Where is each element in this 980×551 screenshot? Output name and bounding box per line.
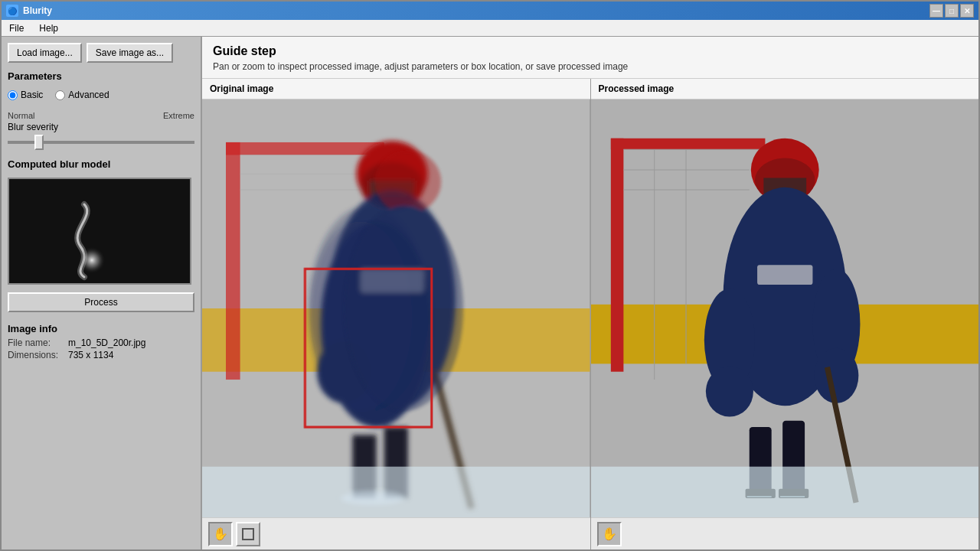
original-image-panel: Original image bbox=[202, 79, 591, 549]
blur-model-visualization bbox=[8, 178, 191, 285]
basic-radio[interactable] bbox=[8, 90, 18, 100]
svg-rect-2 bbox=[226, 142, 240, 380]
close-btn[interactable]: ✕ bbox=[960, 4, 974, 18]
guide-header: Guide step Pan or zoom to inspect proces… bbox=[202, 37, 978, 79]
content-area: Guide step Pan or zoom to inspect proces… bbox=[202, 37, 978, 549]
advanced-label: Advanced bbox=[68, 90, 109, 100]
filename-value: m_10_5D_200r.jpg bbox=[68, 337, 145, 348]
processed-image-header: Processed image bbox=[591, 79, 979, 99]
processed-image-content[interactable] bbox=[591, 99, 979, 517]
basic-label: Basic bbox=[21, 90, 43, 100]
minimize-btn[interactable]: — bbox=[929, 4, 943, 18]
filename-key: File name: bbox=[8, 337, 65, 348]
load-image-button[interactable]: Load image... bbox=[8, 43, 82, 63]
original-image-svg bbox=[202, 99, 590, 517]
slider-section: Normal Extreme Blur severity bbox=[8, 111, 194, 146]
menu-bar: File Help bbox=[2, 20, 978, 37]
hand-tool-processed[interactable]: ✋ bbox=[597, 522, 622, 546]
sidebar: Load image... Save image as... Parameter… bbox=[2, 37, 202, 549]
blur-severity-slider[interactable] bbox=[8, 141, 194, 144]
processed-image-panel: Processed image bbox=[591, 79, 979, 549]
processed-image-svg bbox=[591, 99, 979, 517]
dimensions-key: Dimensions: bbox=[8, 350, 65, 360]
dimensions-row: Dimensions: 735 x 1134 bbox=[8, 350, 194, 360]
maximize-btn[interactable]: □ bbox=[945, 4, 959, 18]
svg-rect-3 bbox=[226, 142, 384, 155]
blur-model-canvas bbox=[8, 178, 191, 285]
mode-radio-group: Basic Advanced bbox=[8, 90, 194, 100]
app-window: 🔵 Blurity — □ ✕ File Help Load image... … bbox=[0, 0, 980, 551]
svg-rect-37 bbox=[757, 265, 812, 285]
original-image-header: Original image bbox=[202, 79, 590, 99]
selection-icon bbox=[242, 528, 254, 540]
image-info-title: Image info bbox=[8, 323, 194, 334]
original-image-toolbar: ✋ bbox=[202, 517, 590, 549]
images-row: Original image bbox=[202, 79, 978, 549]
slider-extreme-label: Extreme bbox=[163, 111, 194, 120]
hand-tool-original[interactable]: ✋ bbox=[208, 522, 233, 546]
app-icon: 🔵 bbox=[6, 5, 18, 17]
dimensions-value: 735 x 1134 bbox=[68, 350, 113, 360]
window-title: Blurity bbox=[23, 5, 925, 16]
save-image-button[interactable]: Save image as... bbox=[87, 43, 173, 63]
processed-image-toolbar: ✋ bbox=[591, 517, 979, 549]
svg-rect-26 bbox=[610, 139, 623, 372]
slider-labels: Normal Extreme bbox=[8, 111, 194, 120]
slider-normal-label: Normal bbox=[8, 111, 34, 120]
filename-row: File name: m_10_5D_200r.jpg bbox=[8, 337, 194, 348]
file-menu[interactable]: File bbox=[5, 21, 28, 35]
guide-step-title: Guide step bbox=[213, 44, 968, 58]
hand-icon-processed: ✋ bbox=[602, 527, 617, 541]
advanced-radio-label[interactable]: Advanced bbox=[55, 90, 109, 100]
help-menu[interactable]: Help bbox=[34, 21, 63, 35]
basic-radio-label[interactable]: Basic bbox=[8, 90, 43, 100]
guide-step-desc: Pan or zoom to inspect processed image, … bbox=[213, 61, 968, 72]
button-row: Load image... Save image as... bbox=[8, 43, 194, 63]
main-layout: Load image... Save image as... Parameter… bbox=[2, 37, 978, 549]
title-bar: 🔵 Blurity — □ ✕ bbox=[2, 2, 978, 20]
svg-rect-22 bbox=[202, 467, 590, 517]
svg-point-41 bbox=[705, 366, 753, 416]
process-button[interactable]: Process bbox=[8, 292, 194, 312]
blur-severity-label: Blur severity bbox=[8, 122, 194, 132]
svg-rect-27 bbox=[610, 139, 765, 149]
svg-rect-49 bbox=[591, 467, 979, 517]
image-info-section: Image info File name: m_10_5D_200r.jpg D… bbox=[8, 323, 194, 362]
svg-point-21 bbox=[345, 206, 463, 412]
selection-tool-original[interactable] bbox=[236, 522, 260, 546]
svg-point-20 bbox=[374, 150, 441, 214]
window-controls: — □ ✕ bbox=[929, 4, 974, 18]
computed-blur-title: Computed blur model bbox=[8, 158, 194, 170]
parameters-title: Parameters bbox=[8, 70, 194, 82]
original-image-content[interactable] bbox=[202, 99, 590, 517]
svg-point-40 bbox=[814, 348, 858, 403]
advanced-radio[interactable] bbox=[55, 90, 65, 100]
hand-icon: ✋ bbox=[213, 527, 228, 541]
